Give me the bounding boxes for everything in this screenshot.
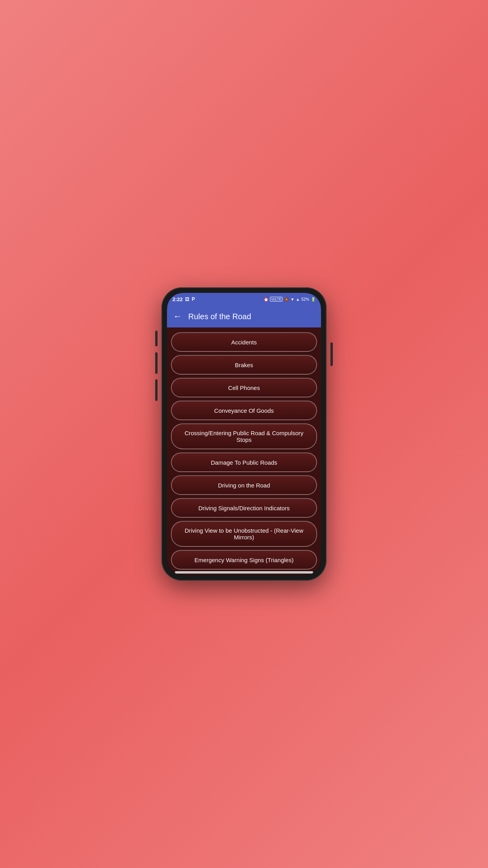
menu-item-driving-on-the-road[interactable]: Driving on the Road	[171, 475, 317, 495]
menu-item-emergency-warning-signs[interactable]: Emergency Warning Signs (Triangles)	[171, 550, 317, 570]
menu-item-label-conveyance-of-goods: Conveyance Of Goods	[214, 407, 274, 414]
menu-item-brakes[interactable]: Brakes	[171, 355, 317, 375]
menu-item-damage-to-public-roads[interactable]: Damage To Public Roads	[171, 452, 317, 472]
battery-level: 52%	[301, 297, 309, 302]
power-button	[330, 342, 333, 366]
menu-item-cell-phones[interactable]: Cell Phones	[171, 378, 317, 397]
alarm-icon: ⏰	[264, 297, 268, 302]
menu-item-label-emergency-warning-signs: Emergency Warning Signs (Triangles)	[194, 557, 294, 563]
app-bar: ← Rules of the Road	[167, 305, 321, 327]
wifi-icon: ▼	[290, 297, 294, 302]
phone-frame: 2:22 🖼 P ⏰ VoLTE 🔕 ▼ ▲ 52% 🔋 ← Rules of …	[161, 287, 327, 581]
mute-icon: 🔕	[284, 297, 289, 302]
scroll-indicator	[175, 571, 313, 574]
menu-item-driving-view[interactable]: Driving View to be Unobstructed - (Rear-…	[171, 521, 317, 547]
status-bar: 2:22 🖼 P ⏰ VoLTE 🔕 ▼ ▲ 52% 🔋	[167, 293, 321, 305]
menu-item-label-damage-to-public-roads: Damage To Public Roads	[211, 459, 277, 466]
status-right: ⏰ VoLTE 🔕 ▼ ▲ 52% 🔋	[264, 297, 316, 302]
menu-item-driving-signals[interactable]: Driving Signals/Direction Indicators	[171, 498, 317, 518]
menu-item-label-crossing-entering: Crossing/Entering Public Road & Compulso…	[180, 430, 308, 443]
menu-list: AccidentsBrakesCell PhonesConveyance Of …	[167, 327, 321, 570]
parking-icon: P	[192, 296, 195, 302]
menu-item-conveyance-of-goods[interactable]: Conveyance Of Goods	[171, 401, 317, 420]
menu-item-label-driving-signals: Driving Signals/Direction Indicators	[198, 505, 290, 511]
app-title: Rules of the Road	[188, 312, 251, 321]
signal-icon: ▲	[296, 297, 300, 302]
menu-item-crossing-entering[interactable]: Crossing/Entering Public Road & Compulso…	[171, 423, 317, 449]
volume-down-button	[155, 352, 158, 374]
volte-indicator: VoLTE	[270, 297, 283, 302]
menu-item-label-driving-on-the-road: Driving on the Road	[218, 482, 270, 489]
menu-item-label-brakes: Brakes	[235, 362, 253, 368]
status-left: 2:22 🖼 P	[172, 296, 195, 302]
menu-item-label-cell-phones: Cell Phones	[228, 384, 260, 391]
menu-item-accidents[interactable]: Accidents	[171, 332, 317, 352]
status-time: 2:22	[172, 296, 183, 302]
menu-item-label-driving-view: Driving View to be Unobstructed - (Rear-…	[180, 527, 308, 541]
volume-up-button	[155, 331, 158, 346]
menu-item-label-accidents: Accidents	[231, 339, 257, 346]
phone-screen: 2:22 🖼 P ⏰ VoLTE 🔕 ▼ ▲ 52% 🔋 ← Rules of …	[167, 293, 321, 575]
battery-icon: 🔋	[311, 297, 316, 302]
back-button[interactable]: ←	[173, 311, 182, 322]
image-icon: 🖼	[185, 297, 189, 302]
app-screen: 2:22 🖼 P ⏰ VoLTE 🔕 ▼ ▲ 52% 🔋 ← Rules of …	[167, 293, 321, 575]
silent-button	[155, 379, 158, 401]
